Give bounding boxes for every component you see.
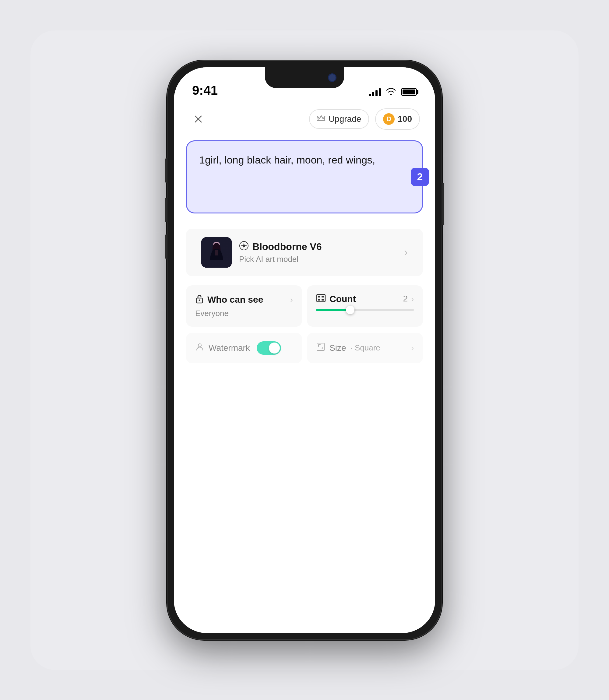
- count-slider[interactable]: [316, 309, 414, 311]
- size-icon: [316, 342, 325, 353]
- close-button[interactable]: [189, 110, 207, 128]
- count-header: Count 2 ›: [316, 294, 414, 304]
- step-badge: 2: [411, 168, 429, 186]
- count-card[interactable]: Count 2 ›: [307, 285, 423, 327]
- who-can-see-value: Everyone: [195, 309, 293, 318]
- svg-rect-2: [215, 250, 218, 256]
- page-background: 9:41: [31, 31, 578, 670]
- coin-icon: D: [383, 113, 395, 125]
- close-icon: [193, 113, 204, 124]
- model-info: Bloodborne V6 Pick AI art model: [239, 241, 397, 264]
- top-bar: Upgrade D 100: [174, 104, 435, 134]
- toggle-thumb: [269, 343, 280, 353]
- svg-rect-7: [317, 294, 325, 302]
- model-chevron-icon: ›: [404, 246, 408, 259]
- svg-point-12: [198, 344, 201, 347]
- battery-icon: [401, 88, 417, 96]
- model-thumbnail: [201, 237, 232, 268]
- notch: [265, 67, 344, 88]
- watermark-option[interactable]: Watermark: [186, 333, 302, 363]
- camera-dot: [329, 74, 335, 81]
- upgrade-label: Upgrade: [329, 114, 361, 124]
- lock-icon: [195, 294, 204, 306]
- status-bar: 9:41: [174, 67, 435, 104]
- count-chevron: ›: [411, 294, 414, 304]
- svg-rect-10: [318, 299, 320, 300]
- phone-frame: 9:41: [168, 61, 441, 640]
- count-value: 2: [403, 294, 408, 303]
- svg-point-4: [243, 245, 245, 247]
- crown-icon: [317, 115, 326, 124]
- size-value: · Square: [350, 343, 380, 353]
- prompt-wrapper: 1girl, long black hair, moon, red wings,…: [186, 140, 423, 213]
- options-grid: Who can see › Everyone: [186, 285, 423, 327]
- count-icon: [316, 294, 326, 304]
- watermark-toggle[interactable]: [257, 341, 281, 355]
- slider-fill: [316, 309, 350, 311]
- phone-screen: 9:41: [174, 67, 435, 633]
- coins-button[interactable]: D 100: [375, 108, 420, 130]
- model-name: Bloodborne V6: [239, 241, 397, 253]
- prompt-input[interactable]: 1girl, long black hair, moon, red wings,: [186, 140, 423, 213]
- model-icon: [239, 241, 249, 253]
- slider-thumb[interactable]: [346, 306, 354, 314]
- app-content: Upgrade D 100 1girl, long black hair, mo…: [174, 104, 435, 633]
- watermark-label: Watermark: [209, 343, 250, 353]
- who-can-see-card[interactable]: Who can see › Everyone: [186, 285, 302, 327]
- svg-rect-13: [317, 343, 324, 350]
- who-can-see-header: Who can see ›: [195, 294, 293, 306]
- count-label: Count: [329, 294, 407, 304]
- status-icons: [369, 87, 417, 98]
- size-chevron-icon: ›: [411, 343, 414, 353]
- who-can-see-chevron: ›: [290, 295, 293, 304]
- size-label: Size: [329, 343, 346, 353]
- slider-track: [316, 309, 414, 311]
- watermark-icon: [195, 342, 204, 353]
- bottom-options: Watermark: [186, 333, 423, 363]
- svg-rect-9: [321, 296, 324, 297]
- model-picker-row[interactable]: Bloodborne V6 Pick AI art model ›: [186, 229, 423, 276]
- wifi-icon: [386, 87, 396, 97]
- svg-rect-8: [318, 296, 320, 297]
- svg-point-6: [199, 299, 201, 301]
- coins-value: 100: [398, 114, 412, 124]
- model-subtitle: Pick AI art model: [239, 255, 397, 264]
- svg-rect-11: [321, 299, 324, 300]
- size-option[interactable]: Size · Square ›: [307, 333, 423, 363]
- signal-icon: [369, 88, 381, 96]
- who-can-see-label: Who can see: [207, 294, 286, 305]
- upgrade-button[interactable]: Upgrade: [309, 109, 369, 129]
